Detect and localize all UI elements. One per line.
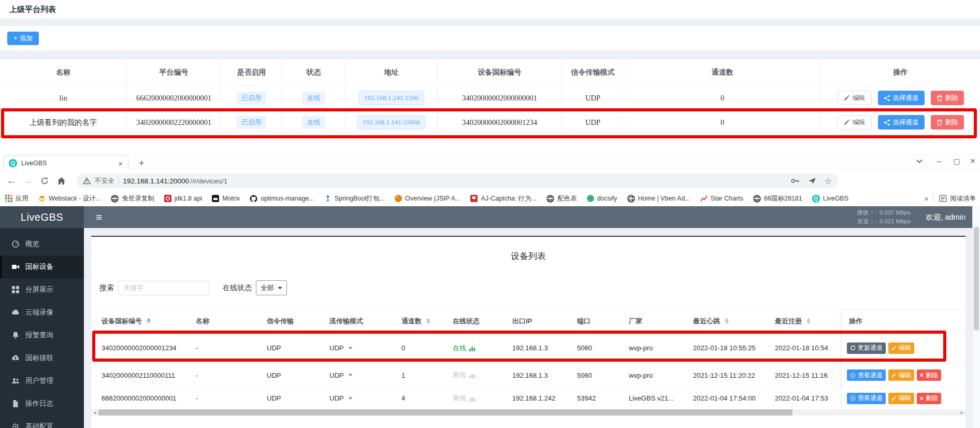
sort-icon[interactable] <box>147 318 151 324</box>
home-button[interactable] <box>54 174 68 188</box>
bookmarks-overflow-chevron[interactable]: » <box>924 194 928 203</box>
col-heartbeat[interactable]: 最近心跳 <box>693 317 775 326</box>
device-row-1[interactable]: 34020000002000001234 - UDP UDP 0 在线 192.… <box>91 333 965 364</box>
reading-list-button[interactable]: 阅读清单 <box>939 194 976 203</box>
address-bar[interactable]: 不安全 192.168.1.141:20000 /#/devices/1 ☆ <box>77 174 838 188</box>
address-badge[interactable]: 192.168.1.141:15060 <box>357 115 426 130</box>
sidebar-item-overview[interactable]: 概览 <box>0 233 84 255</box>
app-logo[interactable]: LiveGBS <box>0 206 84 228</box>
bookmark-aj-captcha[interactable]: AJ-Captcha: 行为... <box>470 194 537 203</box>
horizontal-scrollbar[interactable]: ◂ ▸ <box>91 409 965 416</box>
bookmark-overview-jsip[interactable]: Overview (JSIP A... <box>395 195 460 202</box>
window-close-button[interactable]: × <box>964 153 980 169</box>
sidebar-toggle-icon[interactable]: ≡ <box>91 206 107 228</box>
tab-close-icon[interactable]: × <box>118 159 123 168</box>
bookmark-springboot[interactable]: SpringBoot打包... <box>324 194 385 203</box>
cell-name: - <box>196 394 267 402</box>
vertical-scrollbar-thumb[interactable] <box>974 227 979 331</box>
sidebar-item-split-screen[interactable]: 分屏展示 <box>0 278 84 301</box>
sidebar-item-alarm-query[interactable]: 报警查询 <box>0 324 84 347</box>
sidebar-item-operation-log[interactable]: 操作日志 <box>0 392 84 415</box>
window-maximize-button[interactable]: ▢ <box>948 153 965 169</box>
bookmark-optimus[interactable]: optimus-manage... <box>250 195 314 203</box>
search-input[interactable] <box>118 281 209 295</box>
aj-captcha-icon <box>470 195 478 202</box>
new-tab-button[interactable]: + <box>135 156 148 170</box>
cell-port: 53942 <box>577 394 629 402</box>
bookmark-colors[interactable]: 配色表 <box>546 194 577 203</box>
forward-button[interactable]: → <box>21 174 35 188</box>
scroll-left-arrow[interactable]: ◂ <box>91 409 98 416</box>
send-label: 发送 ↓： <box>857 218 879 224</box>
cell-actions: 编辑 选择通道 删除 <box>821 110 980 135</box>
sort-icon[interactable] <box>426 318 430 324</box>
cell-stream-select[interactable]: UDP <box>329 344 401 352</box>
bandwidth-stats: 接收 ↑：0.037 Mbps 发送 ↓：0.021 Mbps <box>857 208 911 226</box>
update-channels-button[interactable]: 更新通道 <box>847 343 886 354</box>
back-button[interactable]: ← <box>4 174 19 188</box>
edit-button[interactable]: 编辑 <box>838 115 872 130</box>
sort-icon[interactable] <box>725 318 729 324</box>
select-channel-button[interactable]: 选择通道 <box>878 91 925 105</box>
delete-button[interactable]: 删除 <box>931 115 964 130</box>
sidebar-item-cloud-recording[interactable]: 云端录像 <box>0 301 84 324</box>
edit-device-button[interactable]: 编辑 <box>888 343 914 354</box>
col-channels[interactable]: 通道数 <box>401 317 453 326</box>
reload-button[interactable] <box>37 174 52 188</box>
select-channel-button[interactable]: 选择通道 <box>878 115 925 130</box>
sidebar-item-gb-devices[interactable]: 国标设备 <box>0 255 84 278</box>
password-key-icon[interactable] <box>791 178 800 184</box>
status-badge: 在线 <box>302 116 325 129</box>
device-row-3[interactable]: 66620000002000000001 - UDP UDP 4 离线 192.… <box>91 387 965 409</box>
cell-online-status[interactable]: 在线 <box>453 344 512 353</box>
bookmark-jdk-api[interactable]: jdk1.8 api <box>164 195 203 202</box>
cell-channels: 4 <box>401 394 453 402</box>
bookmark-copy[interactable]: 免登录复制 <box>111 194 154 203</box>
delete-button[interactable]: 删除 <box>931 91 964 105</box>
browser-tab-livegbs[interactable]: Q LiveGBS × <box>3 155 128 171</box>
cell-enabled: 已启用 <box>221 110 282 135</box>
bookmark-gb28181[interactable]: 66国标28181 <box>753 194 802 203</box>
tab-search-chevron-icon[interactable] <box>911 153 928 169</box>
bookmark-livegbs[interactable]: Q LiveGBS <box>812 195 848 203</box>
online-status-select[interactable]: 全部 <box>256 280 287 295</box>
window-minimize-button[interactable]: ─ <box>930 153 948 169</box>
cell-port: 5060 <box>577 372 629 379</box>
scroll-right-arrow[interactable]: ▸ <box>958 409 965 416</box>
edit-button[interactable]: 编辑 <box>838 91 872 105</box>
horizontal-scrollbar-thumb[interactable] <box>98 409 792 416</box>
bookmark-webstack[interactable]: Webstack - 设计... <box>38 194 101 203</box>
send-to-device-icon[interactable] <box>808 177 816 184</box>
delete-device-button[interactable]: × 删除 <box>917 393 941 404</box>
col-header-channels: 通道数 <box>624 59 821 86</box>
col-register[interactable]: 最近注册 <box>775 317 837 326</box>
add-platform-button[interactable]: + 添加 <box>7 32 39 45</box>
bookmark-vben[interactable]: Home | Vben Ad... <box>627 195 690 203</box>
cell-stream-select[interactable]: UDP <box>329 394 401 402</box>
sort-icon[interactable] <box>806 318 811 324</box>
not-secure-label[interactable]: 不安全 <box>95 177 114 186</box>
bookmark-star-icon[interactable]: ☆ <box>825 176 832 186</box>
sidebar-item-basic-config[interactable]: 基础配置 <box>0 415 84 428</box>
bookmark-star-charts[interactable]: Star Charts <box>700 195 743 202</box>
view-channels-button[interactable]: 查看通道 <box>847 393 886 404</box>
welcome-admin[interactable]: 欢迎, admin <box>926 206 965 228</box>
bookmark-motrix[interactable]: Motrix <box>212 195 240 202</box>
sidebar-item-gb-cascade[interactable]: 国标级联 <box>0 347 84 369</box>
col-device-id[interactable]: 设备国标编号 <box>91 317 196 326</box>
address-badge[interactable]: 192.168.1.242:1506 <box>358 91 424 105</box>
delete-device-button[interactable]: × 删除 <box>917 369 941 381</box>
gauge-icon <box>11 240 20 248</box>
bookmark-apps[interactable]: 应用 <box>5 194 28 203</box>
view-channels-button[interactable]: 查看通道 <box>847 369 886 381</box>
recv-label: 接收 ↑： <box>857 209 879 216</box>
device-table: 设备国标编号 名称 信令传输 流传输模式 通道数 在线状态 出口IP 端口 厂家… <box>91 309 965 416</box>
sidebar-item-user-management[interactable]: 用户管理 <box>0 369 84 392</box>
cell-stream-select[interactable]: UDP <box>329 372 401 379</box>
bookmark-docsify[interactable]: docsify <box>587 195 617 202</box>
vertical-scrollbar[interactable] <box>972 206 980 428</box>
device-row-2[interactable]: 34020000002110000111 - UDP UDP 1 离线 192.… <box>91 364 965 387</box>
edit-device-button[interactable]: 编辑 <box>888 393 914 404</box>
edit-device-button[interactable]: 编辑 <box>888 369 914 381</box>
bar-chart-icon[interactable] <box>469 345 475 351</box>
